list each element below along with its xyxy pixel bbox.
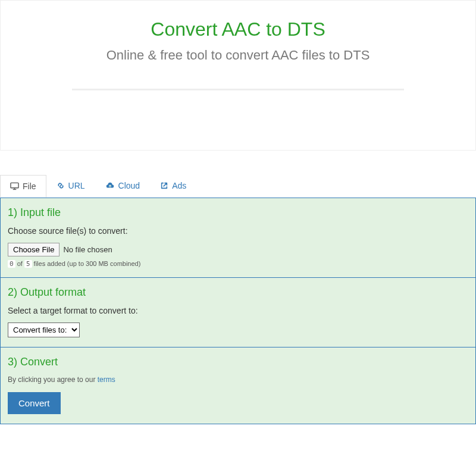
convert-button[interactable]: Convert	[8, 392, 61, 414]
page-subtitle: Online & free tool to convert AAC files …	[12, 45, 464, 65]
convert-section: 3) Convert By clicking you agree to our …	[1, 347, 475, 424]
input-section: 1) Input file Choose source file(s) to c…	[1, 198, 475, 278]
tab-url-label: URL	[68, 181, 85, 190]
file-hint-tail: files added (up to 300 MB combined)	[32, 260, 141, 267]
header-panel: Convert AAC to DTS Online & free tool to…	[0, 0, 476, 151]
file-status: No file chosen	[63, 245, 112, 254]
content-panel: 1) Input file Choose source file(s) to c…	[0, 198, 476, 424]
terms-link[interactable]: terms	[98, 375, 115, 384]
svg-rect-2	[14, 188, 15, 189]
file-hint: 0 of 5 files added (up to 300 MB combine…	[8, 260, 468, 268]
tab-ads-label: Ads	[172, 181, 186, 190]
tab-url[interactable]: URL	[46, 174, 95, 197]
divider	[72, 89, 404, 90]
monitor-icon	[10, 182, 19, 190]
terms-text: By clicking you agree to our terms	[8, 375, 468, 384]
file-hint-of: of	[15, 260, 24, 267]
tab-cloud-label: Cloud	[118, 181, 140, 190]
files-max-count: 5	[24, 260, 32, 268]
tab-file-label: File	[23, 181, 36, 191]
output-format-select[interactable]: Convert files to:	[8, 323, 80, 337]
link-icon	[57, 181, 65, 190]
tab-file[interactable]: File	[0, 175, 46, 198]
files-added-count: 0	[8, 260, 15, 268]
output-section: 2) Output format Select a target format …	[1, 278, 475, 347]
choose-file-button[interactable]: Choose File	[8, 243, 60, 256]
tab-cloud[interactable]: Cloud	[95, 174, 151, 197]
tab-bar: File URL Cloud Ads	[0, 174, 476, 198]
output-title: 2) Output format	[8, 286, 468, 299]
input-instruction: Choose source file(s) to convert:	[8, 226, 468, 236]
page-title: Convert AAC to DTS	[12, 18, 464, 40]
output-instruction: Select a target format to convert to:	[8, 306, 468, 315]
svg-rect-0	[11, 183, 18, 187]
terms-prefix: By clicking you agree to our	[8, 375, 98, 384]
tab-ads[interactable]: Ads	[150, 174, 196, 197]
convert-title: 3) Convert	[8, 356, 468, 368]
external-link-icon	[160, 181, 168, 190]
cloud-icon	[105, 181, 115, 190]
input-title: 1) Input file	[8, 206, 468, 219]
svg-rect-1	[13, 189, 17, 190]
file-chooser-row: Choose File No file chosen	[8, 243, 468, 256]
